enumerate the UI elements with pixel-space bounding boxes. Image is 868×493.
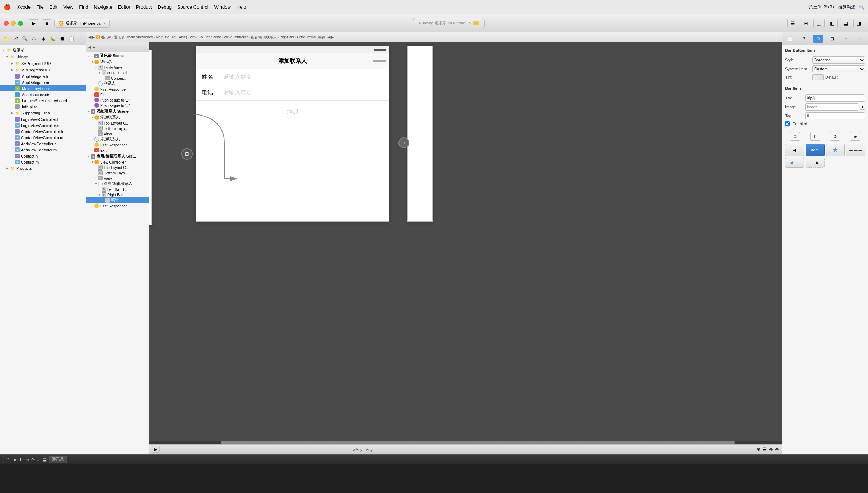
so-view-1[interactable]: V View: [86, 131, 149, 136]
tree-item-appdelegate-h[interactable]: h AppDelegate.h: [0, 73, 86, 79]
tree-item-contactvc-m[interactable]: m ContactViewControler.m: [0, 135, 86, 141]
so-forward-btn[interactable]: ▶: [93, 45, 95, 49]
disclosure-add-vc[interactable]: ▼: [91, 116, 94, 119]
so-push-segue-1[interactable]: → Push segue to '...': [86, 97, 149, 103]
close-button[interactable]: [4, 21, 9, 26]
disclosure-view-controller[interactable]: ▼: [91, 161, 94, 163]
tree-item-contactvc-h[interactable]: h ContactViewController.h: [0, 128, 86, 135]
breadcrumb-nav-forward[interactable]: ▶: [331, 35, 334, 39]
disclosure-tongxunlu-scene[interactable]: ▼: [88, 55, 93, 57]
segue-connector-1[interactable]: ⊞: [181, 148, 193, 160]
tree-item-addvc-m[interactable]: m AddViewControler.m: [0, 147, 86, 153]
apple-logo-icon[interactable]: 🍎: [4, 4, 11, 10]
debug-stepin-btn[interactable]: ↙: [37, 457, 41, 462]
menu-navigate[interactable]: Navigate: [92, 4, 114, 10]
disclosure-chakan[interactable]: ▼: [95, 183, 97, 185]
breadcrumb-item-9[interactable]: 编辑: [318, 35, 325, 40]
debug-toggle[interactable]: ⬓: [840, 19, 851, 28]
bar-item-right-dots[interactable]: · · · ▶: [806, 158, 825, 168]
disclosure-mb[interactable]: [10, 67, 15, 72]
view-toggle-1[interactable]: ☰: [787, 19, 798, 28]
segue-indicator-2[interactable]: →: [398, 137, 410, 149]
disclosure-tongxunlu-vc[interactable]: ▼: [91, 61, 94, 63]
breadcrumb-nav-back[interactable]: ◀: [327, 35, 330, 39]
so-first-responder-1[interactable]: ! First Responder: [86, 86, 149, 92]
menu-view[interactable]: View: [61, 4, 75, 10]
maximize-button[interactable]: [18, 21, 23, 26]
disclosure-right-bar[interactable]: ▼: [98, 193, 101, 196]
scheme-selector[interactable]: 🔀 通讯录 | iPhone 6s ▼: [54, 19, 110, 28]
menu-xcode[interactable]: Xcode: [15, 4, 33, 10]
view-toggle-3[interactable]: ⬚: [813, 19, 825, 28]
breadcrumb-item-7[interactable]: 查看/编辑联系人: [251, 35, 277, 40]
breadcrumb-item-2[interactable]: 通讯录: [114, 35, 125, 40]
system-item-select[interactable]: Custom: [812, 65, 865, 72]
so-chakan-outlet[interactable]: ▼ ← 查看/编辑联系人: [86, 181, 149, 187]
tree-item-contact-h[interactable]: h Contact.h: [0, 153, 86, 159]
bar-item-back[interactable]: ◀: [785, 144, 804, 156]
so-bianji[interactable]: □ 编辑: [86, 197, 149, 203]
view-toggle-2[interactable]: ⊞: [801, 19, 811, 28]
search-icon[interactable]: 🔍: [859, 5, 864, 10]
title-input[interactable]: [805, 94, 865, 102]
tag-input[interactable]: [805, 112, 865, 119]
minimize-button[interactable]: [11, 21, 16, 26]
tree-item-appdelegate-m[interactable]: m AppDelegate.m: [0, 79, 86, 85]
menu-editor[interactable]: Editor: [116, 4, 132, 10]
so-left-bar[interactable]: B Left Bar B...: [86, 187, 149, 192]
so-back-btn[interactable]: ◀: [88, 45, 91, 49]
debug-step-btn[interactable]: ⇥: [25, 457, 29, 462]
so-push-segue-2[interactable]: → Push segue to '...': [86, 103, 149, 108]
zoom-in-btn[interactable]: ⊕: [769, 447, 773, 452]
disclosure-root[interactable]: [1, 48, 6, 53]
enabled-checkbox[interactable]: [785, 121, 790, 126]
lib-tab-2[interactable]: {}: [810, 132, 820, 141]
lib-tab-4[interactable]: ◈: [850, 132, 860, 141]
breakpoint-icon-btn[interactable]: ⬟: [58, 35, 66, 43]
so-contact-cell[interactable]: ▼ □ contact_cell: [86, 70, 149, 75]
tree-item-contact-m[interactable]: m Contact.m: [0, 159, 86, 165]
list-view-btn[interactable]: ☰: [762, 447, 767, 452]
breadcrumb-item-3[interactable]: Main.storyboard: [127, 35, 153, 39]
image-expand-btn[interactable]: ▼: [860, 104, 865, 110]
so-lianxiren[interactable]: ← 联系人: [86, 81, 149, 86]
breadcrumb-back[interactable]: ◀: [88, 35, 91, 39]
tree-item-loginvc-m[interactable]: m LoginViewController.m: [0, 122, 86, 128]
attributes-inspector-tab[interactable]: ⊡: [827, 35, 837, 43]
so-top-layout-g2[interactable]: G Top Layout G...: [86, 165, 149, 170]
bar-item-item[interactable]: Item: [806, 144, 825, 156]
menu-file[interactable]: File: [34, 4, 46, 10]
menu-debug[interactable]: Debug: [156, 4, 174, 10]
tree-group[interactable]: 📁 通讯录: [0, 53, 86, 60]
utilities-toggle[interactable]: ◨: [853, 19, 864, 28]
breadcrumb-item-4[interactable]: Main.sto...rd (Base): [156, 35, 187, 39]
image-input[interactable]: [805, 103, 858, 111]
disclosure-add-scene[interactable]: ▼: [88, 111, 90, 113]
debug-btn-1[interactable]: ⬚: [3, 456, 11, 463]
quick-help-tab[interactable]: ?: [799, 35, 809, 43]
menu-find[interactable]: Find: [77, 4, 90, 10]
stop-button[interactable]: ■: [42, 19, 51, 27]
so-top-layout-g1[interactable]: G Top Layout G...: [86, 120, 149, 126]
so-add-scene[interactable]: ▼ ■ 添加联系人 Scene: [86, 109, 149, 114]
breadcrumb-item-5[interactable]: View Co...ler Scene: [190, 35, 221, 39]
bar-item-spacer[interactable]: — — —: [846, 144, 865, 156]
zoom-out-btn[interactable]: ⊖: [775, 447, 779, 452]
menu-product[interactable]: Product: [134, 4, 154, 10]
tree-item-infoplist[interactable]: P Info.plist: [0, 104, 86, 110]
breadcrumb-forward[interactable]: ▶: [92, 35, 95, 39]
so-exit-2[interactable]: × Exit: [86, 147, 149, 153]
identity-inspector-tab[interactable]: ⊙: [813, 35, 823, 43]
disclosure-sv[interactable]: [10, 61, 15, 66]
breadcrumb-item-1[interactable]: 🔀 通讯录: [95, 35, 111, 40]
search-nav-icon-btn[interactable]: 🔍: [21, 35, 29, 43]
report-icon-btn[interactable]: 📋: [67, 35, 75, 43]
canvas-back-btn[interactable]: ▶: [152, 446, 160, 453]
grid-view-btn[interactable]: ⊞: [756, 447, 760, 452]
tree-root[interactable]: 📁 通讯录: [0, 47, 86, 53]
test-icon-btn[interactable]: ◈: [39, 35, 47, 43]
run-button[interactable]: ▶: [29, 19, 39, 27]
tree-item-svprogress[interactable]: 📁 SVProgressHUD: [0, 60, 86, 67]
size-inspector-tab[interactable]: ↔: [841, 35, 851, 43]
so-add-outlet[interactable]: ← 添加联系人: [86, 136, 149, 142]
